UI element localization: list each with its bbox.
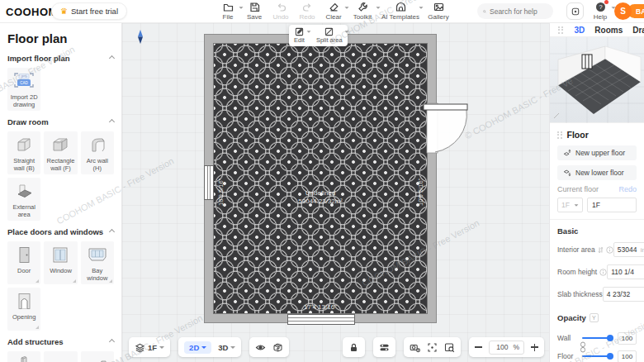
slider-handle[interactable] xyxy=(607,335,613,341)
room-name-label: Undefined xyxy=(214,189,427,198)
folder-icon xyxy=(223,2,234,12)
new-lower-floor-button[interactable]: New lower floor xyxy=(557,165,637,180)
camera-settings-button[interactable] xyxy=(410,342,420,353)
floor-plan-canvas[interactable]: Undefined 53044 23/32in² 17'4 13/16" 10'… xyxy=(122,23,549,362)
wrench-icon xyxy=(358,2,368,12)
user-avatar[interactable]: S xyxy=(614,2,632,20)
mode-2d-button[interactable]: 2D xyxy=(184,341,211,354)
focus-icon xyxy=(427,342,438,353)
dimension-right: 10'9 5/16" xyxy=(417,179,424,206)
undo-button[interactable]: Undo xyxy=(270,2,291,21)
scene-settings-button[interactable] xyxy=(379,342,390,353)
floor-opacity-row: Floor xyxy=(557,347,637,362)
new-upper-floor-button[interactable]: New upper floor xyxy=(557,145,637,160)
search-icon xyxy=(483,7,486,16)
help-search[interactable] xyxy=(477,3,553,19)
workspace-button[interactable] xyxy=(566,2,584,20)
gallery-button[interactable]: Gallery xyxy=(425,2,452,21)
ai-templates-button[interactable]: AI Templates xyxy=(381,2,420,21)
mode-3d-button[interactable]: 3D xyxy=(218,343,235,352)
tool-beam[interactable] xyxy=(44,351,77,362)
link-opacity-icon[interactable] xyxy=(580,341,586,353)
tool-pillar[interactable] xyxy=(7,351,40,362)
floor-name-input[interactable] xyxy=(587,198,637,212)
floor-opacity-slider[interactable] xyxy=(582,355,613,357)
redo-button[interactable]: Redo xyxy=(296,2,318,21)
chevron-down-icon xyxy=(159,346,164,349)
window-left-wall[interactable] xyxy=(204,165,214,200)
toolkit-button[interactable]: Toolkit xyxy=(349,2,376,21)
room-height-input[interactable]: 110 1/4 xyxy=(607,264,644,279)
edit-button[interactable]: Edit xyxy=(294,27,305,44)
clear-button[interactable]: Clear xyxy=(323,2,344,21)
help-button[interactable]: ? Help xyxy=(590,2,611,21)
room-floor[interactable]: Undefined 53044 23/32in² 17'4 13/16" 10'… xyxy=(213,43,428,314)
zoom-level[interactable]: % xyxy=(489,341,524,355)
bay-window-icon xyxy=(85,245,110,266)
redo-icon xyxy=(302,2,313,12)
tool-stairs[interactable] xyxy=(81,351,114,362)
divider xyxy=(550,219,644,220)
tab-rooms[interactable]: Rooms xyxy=(594,26,623,35)
tool-import-2d-drawing[interactable]: JPG CAD Import 2D drawing xyxy=(7,68,40,111)
app-window: COOHOM ♛ Start free trial File Save Undo… xyxy=(0,0,644,362)
section-import-floor-plan[interactable]: Import floor plan xyxy=(7,54,114,63)
info-icon[interactable] xyxy=(599,269,607,276)
file-button[interactable]: File xyxy=(217,2,239,21)
tool-window[interactable]: Window xyxy=(44,241,77,284)
section-add-structures[interactable]: Add structures xyxy=(7,337,114,346)
info-icon[interactable] xyxy=(606,246,613,254)
zoom-in-button[interactable] xyxy=(531,344,538,351)
upper-floor-icon xyxy=(563,149,571,157)
tool-label: Window xyxy=(50,267,72,274)
window-bottom-wall[interactable] xyxy=(287,314,355,325)
floor-selector[interactable]: 1F xyxy=(135,342,164,353)
visibility-button[interactable] xyxy=(255,342,266,353)
zoom-out-button[interactable] xyxy=(475,346,482,348)
top-toolbar: COOHOM ♛ Start free trial File Save Undo… xyxy=(0,0,644,23)
wall-opacity-input[interactable] xyxy=(618,332,637,345)
tool-door[interactable]: Door xyxy=(7,241,40,284)
tool-bay-window[interactable]: Bay window xyxy=(81,241,114,284)
focus-center-button[interactable] xyxy=(427,342,438,353)
chevron-down-icon xyxy=(344,31,348,32)
door-right-wall[interactable] xyxy=(419,99,471,159)
tool-external-area[interactable]: External area xyxy=(7,178,40,221)
slider-handle[interactable] xyxy=(607,353,613,360)
interior-area-input[interactable]: 53044 in xyxy=(613,242,644,257)
slab-thickness-input[interactable]: 4 23/32 xyxy=(603,287,644,302)
lock-button[interactable] xyxy=(348,342,359,353)
3d-preview[interactable] xyxy=(550,37,644,123)
redo-link[interactable]: Redo xyxy=(618,185,637,193)
wall-opacity-slider[interactable] xyxy=(582,337,613,339)
zoom-input[interactable] xyxy=(494,343,510,351)
tool-rectangle-wall[interactable]: Rectangle wall (F) xyxy=(44,131,77,174)
section-draw-room[interactable]: Draw room xyxy=(7,117,114,126)
start-free-trial-button[interactable]: ♛ Start free trial xyxy=(51,2,127,20)
layers-icon xyxy=(135,342,145,353)
tab-drawing[interactable]: Drawing xyxy=(632,26,644,35)
panel-title: Floor plan xyxy=(7,31,114,45)
toolbar-tools: File Save Undo Redo Clear T xyxy=(217,2,452,21)
tool-straight-wall[interactable]: Straight wall (B) xyxy=(7,131,40,174)
room-walls[interactable]: Undefined 53044 23/32in² 17'4 13/16" 10'… xyxy=(205,35,436,322)
tool-arc-wall[interactable]: Arc wall (H) xyxy=(81,131,114,174)
swap-icon[interactable] xyxy=(598,246,604,254)
split-area-button[interactable]: Split area xyxy=(316,27,343,44)
chevron-up-icon xyxy=(109,119,115,125)
save-button[interactable]: Save xyxy=(244,2,265,21)
edit-floating-toolbar: Edit Split area xyxy=(289,25,348,46)
section-place-doors-windows[interactable]: Place doors and windows xyxy=(7,227,114,236)
room-height-field: Room height 110 1/4 xyxy=(557,264,637,279)
search-input[interactable] xyxy=(490,7,547,16)
chevron-down-icon xyxy=(376,7,380,9)
floor-opacity-input[interactable] xyxy=(618,350,637,362)
tab-3d[interactable]: 3D xyxy=(575,26,585,35)
drag-handle-icon[interactable] xyxy=(558,26,563,34)
tool-opening[interactable]: Opening xyxy=(7,288,40,331)
drag-handle-icon[interactable] xyxy=(557,131,562,139)
straight-wall-icon xyxy=(12,135,36,156)
materials-button[interactable] xyxy=(272,342,283,353)
floor-select[interactable]: 1F xyxy=(557,198,583,212)
preview-button[interactable] xyxy=(444,342,455,353)
